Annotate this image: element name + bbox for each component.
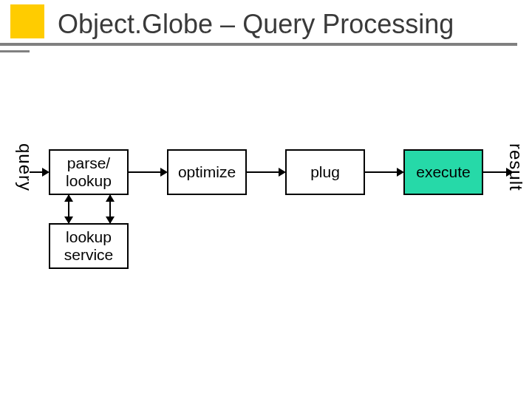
arrow-plug-execute (365, 171, 398, 173)
box-plug-text: plug (310, 163, 340, 181)
box-execute: execute (403, 149, 483, 195)
box-optimize: optimize (167, 149, 247, 195)
arrow-execute-result (483, 171, 507, 173)
decor-square (10, 4, 44, 38)
decor-line-top (0, 43, 517, 46)
box-lookup-service: lookup service (49, 223, 129, 269)
decor-line-bottom (0, 50, 30, 52)
slide-header: Object.Globe – Query Processing (0, 0, 532, 59)
box-parse-lookup-text: parse/ lookup (66, 154, 112, 190)
box-optimize-text: optimize (178, 163, 236, 181)
box-lookup-service-text: lookup service (64, 228, 114, 264)
box-execute-text: execute (416, 163, 471, 181)
diagram: query result parse/ lookup optimize plug… (0, 148, 532, 310)
arrow-parse-optimize (129, 171, 161, 173)
label-query: query (15, 143, 35, 191)
arrow-optimize-plug (247, 171, 279, 173)
arrow-head-execute-result (506, 168, 514, 177)
box-parse-lookup: parse/ lookup (49, 149, 129, 195)
slide-title: Object.Globe – Query Processing (58, 9, 454, 40)
box-plug: plug (285, 149, 365, 195)
arrow-query-parse (30, 171, 43, 173)
